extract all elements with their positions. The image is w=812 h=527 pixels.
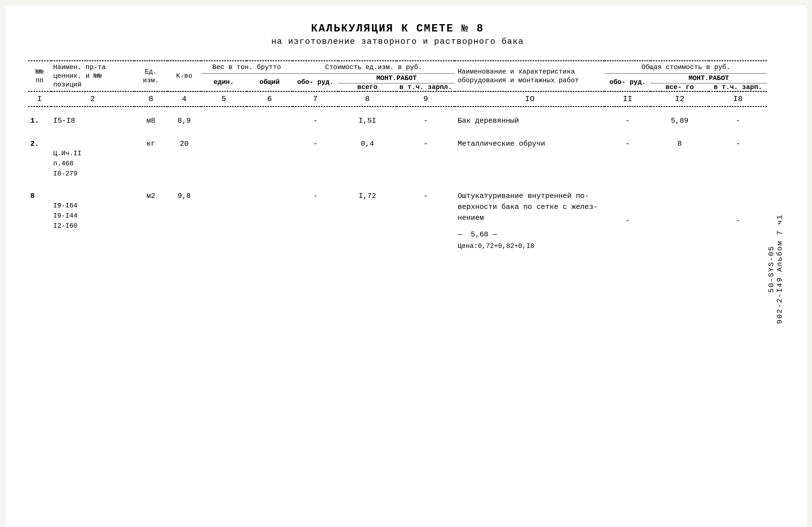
row3-cost-equip: - bbox=[292, 182, 338, 255]
main-table: №№ пп Наимен. пр-та ценник. и №№ позиций… bbox=[28, 60, 767, 255]
th-weight-unit: един. bbox=[201, 74, 247, 91]
col-n-6: 6 bbox=[247, 91, 292, 106]
title-section: КАЛЬКУЛЯЦИЯ К СМЕТЕ № 8 на изготовление … bbox=[271, 23, 524, 46]
row2-name: Ц.Ич.II п.468 I8-279 bbox=[51, 130, 134, 182]
th-total-mont: МОНТ.РАБОТ bbox=[651, 74, 767, 83]
row2-total-mont-zarp: - bbox=[709, 130, 767, 182]
col-n-12: I2 bbox=[651, 91, 709, 106]
row2-weight-total bbox=[247, 130, 292, 182]
th-total-equip: обо- руд. bbox=[605, 74, 650, 91]
th-weight: Вес в тон. брутто bbox=[201, 61, 292, 74]
row1-total-equip: - bbox=[605, 106, 650, 130]
row2-weight-unit bbox=[201, 130, 247, 182]
row3-desc-text: Оштукатуривание внутренней по-верхности … bbox=[458, 191, 602, 224]
th-cost: Стоимость ед.изм. в руб. bbox=[292, 61, 455, 74]
row3-num: 8 bbox=[28, 182, 51, 255]
table-row: 8 I9-I64 I9-I44 I2-I60 м2 9,8 bbox=[28, 182, 767, 255]
th-total: Общая стоимость в руб. bbox=[605, 61, 767, 74]
row2-desc: Металлические обручи bbox=[455, 130, 605, 182]
col-n-8: 8 bbox=[338, 91, 396, 106]
row2-num: 2. bbox=[28, 130, 51, 182]
col-n-9: 9 bbox=[396, 91, 455, 106]
header-row-1: №№ пп Наимен. пр-та ценник. и №№ позиций… bbox=[28, 61, 767, 74]
th-total-mont-total: все- го bbox=[651, 83, 709, 91]
row1-name: I5-I8 bbox=[51, 106, 134, 130]
table-row: 1. I5-I8 м8 8,9 bbox=[28, 106, 767, 130]
row1-total-mont-zarp: - bbox=[709, 106, 767, 130]
row1-weight-unit bbox=[201, 106, 247, 130]
margin-bottom-label: 50-SYS-05 bbox=[767, 246, 775, 293]
row3-total-equip: - bbox=[605, 182, 650, 255]
th-desc: Наименование и характеристика оборудован… bbox=[455, 61, 605, 91]
table-row: 2. Ц.Ич.II п.468 I8-279 кг 20 bbox=[28, 130, 767, 182]
col-n-13: I8 bbox=[709, 91, 767, 106]
row2-cost-mont-zarp: - bbox=[396, 130, 455, 182]
th-cost-mont-total: всего bbox=[338, 83, 396, 91]
col-numbers-row: I 2 8 4 5 6 7 8 9 IO II I2 I8 bbox=[28, 91, 767, 106]
col-n-7: 7 bbox=[292, 91, 338, 106]
row3-cost-mont-total: I,72 bbox=[338, 182, 396, 255]
row3-weight-unit bbox=[201, 182, 247, 255]
row3-desc-formula: Цена:0,72+0,82+0,I8 bbox=[458, 241, 602, 251]
row2-total-mont-total: 8 bbox=[651, 130, 709, 182]
row3-name: I9-I64 I9-I44 I2-I60 bbox=[51, 182, 134, 255]
th-qty: К-во bbox=[168, 61, 201, 91]
row2-unit: кг bbox=[134, 130, 168, 182]
row3-desc-price: — 5,68 — bbox=[458, 229, 602, 240]
row3-qty: 9,8 bbox=[168, 182, 201, 255]
th-cost-equip: обо- руд. bbox=[292, 74, 338, 91]
row1-num: 1. bbox=[28, 106, 51, 130]
main-content: КАЛЬКУЛЯЦИЯ К СМЕТЕ № 8 на изготовление … bbox=[28, 23, 767, 516]
row3-desc: Оштукатуривание внутренней по-верхности … bbox=[455, 182, 605, 255]
th-cost-mont-zarp: в т.ч. зарпл. bbox=[396, 83, 455, 91]
col-n-2: 2 bbox=[51, 91, 134, 106]
margin-top-label: 902-2-I49 Альбом 7 ч1 bbox=[775, 214, 784, 324]
row2-cost-mont-total: 0,4 bbox=[338, 130, 396, 182]
th-cost-mont: МОНТ.РАБОТ bbox=[338, 74, 455, 83]
page: КАЛЬКУЛЯЦИЯ К СМЕТЕ № 8 на изготовление … bbox=[5, 5, 807, 527]
right-margin: 902-2-I49 Альбом 7 ч1 50-SYS-05 bbox=[767, 23, 784, 516]
col-n-1: I bbox=[28, 91, 51, 106]
th-name: Наимен. пр-та ценник. и №№ позиций bbox=[51, 61, 134, 91]
row1-weight-total bbox=[247, 106, 292, 130]
row1-cost-mont-zarp: - bbox=[396, 106, 455, 130]
th-total-mont-zarp: в т.ч. зарп. bbox=[709, 83, 767, 91]
row3-total-mont-zarp: - bbox=[709, 182, 767, 255]
row3-cost-mont-zarp: - bbox=[396, 182, 455, 255]
col-n-11: II bbox=[605, 91, 650, 106]
th-unit: Ед. изм. bbox=[134, 61, 168, 91]
row1-unit: м8 bbox=[134, 106, 168, 130]
title-main: КАЛЬКУЛЯЦИЯ К СМЕТЕ № 8 bbox=[271, 23, 524, 34]
th-num: №№ пп bbox=[28, 61, 51, 91]
row3-unit: м2 bbox=[134, 182, 168, 255]
col-n-4: 4 bbox=[168, 91, 201, 106]
col-n-3: 8 bbox=[134, 91, 168, 106]
table-wrapper: №№ пп Наимен. пр-та ценник. и №№ позиций… bbox=[28, 60, 767, 255]
row3-weight-total bbox=[247, 182, 292, 255]
row2-total-equip: - bbox=[605, 130, 650, 182]
row1-cost-equip: - bbox=[292, 106, 338, 130]
row2-qty: 20 bbox=[168, 130, 201, 182]
row1-qty: 8,9 bbox=[168, 106, 201, 130]
row2-cost-equip: - bbox=[292, 130, 338, 182]
col-n-5: 5 bbox=[201, 91, 247, 106]
th-weight-total: общий bbox=[247, 74, 292, 91]
col-n-10: IO bbox=[455, 91, 605, 106]
row1-total-mont-total: 5,89 bbox=[651, 106, 709, 130]
row3-total-mont-total bbox=[651, 182, 709, 255]
title-sub: на изготовление затворного и растворного… bbox=[271, 37, 524, 46]
row1-cost-mont-total: I,5I bbox=[338, 106, 396, 130]
row1-desc: Бак деревянный bbox=[455, 106, 605, 130]
